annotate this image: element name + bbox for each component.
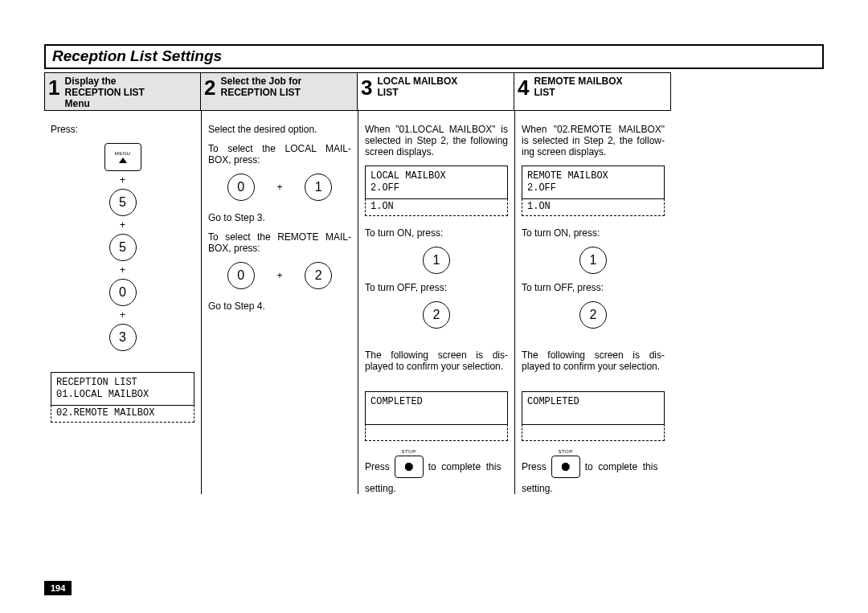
lcd-option: 02.REMOTE MAILBOX bbox=[51, 405, 194, 423]
step-number: 3 bbox=[361, 77, 372, 98]
plus: + bbox=[276, 182, 282, 193]
arrow-up-icon bbox=[119, 157, 127, 163]
press-stop-line: Press STOP to complete this bbox=[365, 456, 508, 478]
text: When "01.LOCAL MAILBOX" is selected in S… bbox=[365, 124, 508, 157]
lcd-option: 1.ON bbox=[522, 198, 665, 216]
keypad-5: 5 bbox=[109, 189, 137, 216]
plus: + bbox=[51, 219, 194, 231]
keypad-2: 2 bbox=[305, 262, 332, 289]
press-stop-line: Press STOP to complete this bbox=[522, 456, 665, 478]
text: To turn ON, press: bbox=[522, 227, 665, 239]
menu-label: MENU bbox=[115, 151, 131, 156]
step-number: 2 bbox=[204, 77, 215, 98]
lcd-display: COMPLETED bbox=[522, 391, 665, 425]
text: to complete this bbox=[585, 461, 658, 472]
lcd-display: COMPLETED bbox=[365, 391, 508, 425]
keypad-1: 1 bbox=[579, 247, 607, 274]
press-label: Press bbox=[365, 461, 390, 472]
section-title: Reception List Settings bbox=[52, 47, 222, 64]
step-header-row: 1 Display theRECEPTION LISTMenu 2 Select… bbox=[44, 72, 824, 111]
stop-button-icon: STOP bbox=[395, 456, 424, 478]
lcd-blank bbox=[522, 424, 665, 441]
stop-label: STOP bbox=[402, 449, 416, 454]
stop-button-icon: STOP bbox=[551, 456, 580, 478]
section-title-bar: Reception List Settings bbox=[44, 44, 824, 69]
text: When "02.REMOTE MAILBOX" is selected in … bbox=[522, 124, 665, 157]
lcd-display: LOCAL MAILBOX 2.OFF bbox=[365, 166, 508, 199]
keypad-2: 2 bbox=[579, 301, 607, 329]
text: setting. bbox=[522, 483, 665, 494]
keypad-5: 5 bbox=[109, 234, 137, 261]
manual-page: Reception List Settings 1 Display theREC… bbox=[0, 0, 868, 613]
step-title: REMOTE MAILBOXLIST bbox=[534, 76, 622, 98]
keypad-0: 0 bbox=[109, 279, 137, 306]
lcd-display: RECEPTION LIST 01.LOCAL MAILBOX bbox=[51, 372, 194, 406]
press-label: Press: bbox=[51, 124, 194, 135]
step-number: 4 bbox=[518, 77, 529, 98]
step4-header: 4 REMOTE MAILBOXLIST bbox=[514, 72, 671, 111]
text: The following screen is dis-played to co… bbox=[522, 349, 665, 372]
keypad-2: 2 bbox=[423, 301, 450, 329]
menu-button-icon: MENU bbox=[104, 143, 141, 171]
stop-label: STOP bbox=[559, 449, 573, 454]
lcd-option: 1.ON bbox=[365, 198, 508, 216]
step2-header: 2 Select the Job forRECEPTION LIST bbox=[201, 72, 358, 111]
step-title: LOCAL MAILBOXLIST bbox=[377, 76, 457, 98]
text: To turn OFF, press: bbox=[365, 282, 508, 293]
keypad-3: 3 bbox=[109, 324, 137, 351]
text: Go to Step 3. bbox=[208, 212, 351, 223]
key-combo: 0 + 1 bbox=[208, 174, 351, 201]
col2: Select the desired option. To select the… bbox=[201, 111, 358, 494]
keypad-0: 0 bbox=[227, 174, 255, 201]
col4: When "02.REMOTE MAILBOX" is selected in … bbox=[514, 111, 671, 494]
col1: Press: MENU + 5 + 5 + 0 + 3 RECEPTION LI… bbox=[44, 111, 201, 494]
keypad-1: 1 bbox=[305, 174, 332, 201]
stop-icon bbox=[562, 463, 570, 471]
page-number: 194 bbox=[44, 581, 72, 595]
text: To turn ON, press: bbox=[365, 227, 508, 239]
columns: Press: MENU + 5 + 5 + 0 + 3 RECEPTION LI… bbox=[44, 111, 824, 494]
stop-icon bbox=[405, 463, 413, 471]
step-number: 1 bbox=[48, 77, 59, 98]
step3-header: 3 LOCAL MAILBOXLIST bbox=[358, 72, 514, 111]
text: Go to Step 4. bbox=[208, 300, 351, 312]
text: To select the REMOTE MAIL-BOX, press: bbox=[208, 231, 351, 254]
step-title: Select the Job forRECEPTION LIST bbox=[220, 76, 301, 98]
text: to complete this bbox=[428, 461, 502, 472]
plus: + bbox=[51, 264, 194, 276]
lcd-blank bbox=[365, 424, 508, 441]
text: The following screen is dis-played to co… bbox=[365, 349, 508, 372]
step1-header: 1 Display theRECEPTION LISTMenu bbox=[44, 72, 201, 111]
text: Select the desired option. bbox=[208, 124, 351, 135]
col3: When "01.LOCAL MAILBOX" is selected in S… bbox=[358, 111, 514, 494]
lcd-display: REMOTE MAILBOX 2.OFF bbox=[522, 166, 665, 199]
step-title: Display theRECEPTION LISTMenu bbox=[64, 76, 144, 109]
keypad-1: 1 bbox=[423, 247, 450, 274]
text: To turn OFF, press: bbox=[522, 282, 665, 293]
keypad-0: 0 bbox=[227, 262, 255, 289]
press-label: Press bbox=[522, 461, 547, 472]
text: To select the LOCAL MAIL-BOX, press: bbox=[208, 143, 351, 166]
text: setting. bbox=[365, 483, 508, 494]
plus: + bbox=[51, 174, 194, 186]
key-combo: 0 + 2 bbox=[208, 262, 351, 289]
plus: + bbox=[51, 309, 194, 321]
plus: + bbox=[276, 270, 282, 281]
